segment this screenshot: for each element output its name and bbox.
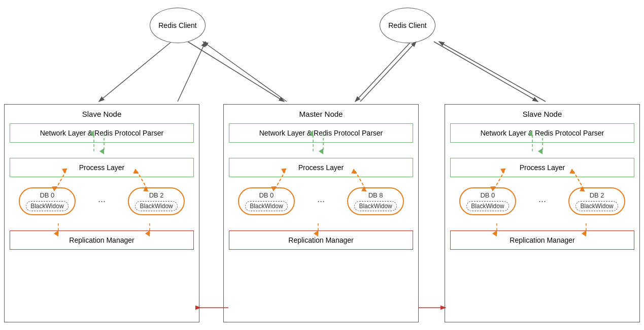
master-process-layer: Process Layer xyxy=(229,158,413,177)
master-node: Master Node Network Layer & Redis Protoc… xyxy=(223,104,419,322)
slave-right-network-layer: Network Layer & Redis Protocol Parser xyxy=(450,123,634,143)
redis-client-right: Redis Client xyxy=(380,8,435,43)
master-title: Master Node xyxy=(229,110,413,118)
slave-left-replication: Replication Manager xyxy=(10,230,194,250)
arrow-client-left-to-slave xyxy=(99,42,172,102)
slave-right-db2-oval: DB 2 BlackWidow xyxy=(568,187,625,215)
slave-left-db-row: DB 0 BlackWidow ··· DB 2 BlackWidow xyxy=(10,187,194,215)
slave-right-db2: DB 2 BlackWidow xyxy=(568,187,625,215)
slave-right-dots: ··· xyxy=(534,196,550,207)
slave-right-replication: Replication Manager xyxy=(450,230,634,250)
slave-left-db2: DB 2 BlackWidow xyxy=(128,187,184,215)
arrow-client-right-to-slave-right xyxy=(434,42,538,102)
arrow-master-to-client-left xyxy=(203,42,287,102)
master-replication: Replication Manager xyxy=(229,230,413,250)
diagram: Redis Client Redis Client Slave Node Net… xyxy=(0,0,644,330)
arrow-client-right-to-master xyxy=(355,42,411,102)
slave-left-db0-oval: DB 0 BlackWidow xyxy=(19,187,75,215)
slave-left-process-layer: Process Layer xyxy=(10,158,194,177)
slave-right-title: Slave Node xyxy=(450,110,634,118)
arrow-master-to-client-right xyxy=(360,42,416,102)
slave-right-db0: DB 0 BlackWidow xyxy=(459,187,516,215)
slave-left-db0: DB 0 BlackWidow xyxy=(19,187,75,215)
master-db0: DB 0 BlackWidow xyxy=(238,187,294,215)
slave-right-process-layer: Process Layer xyxy=(450,158,634,177)
slave-left-dots: ··· xyxy=(94,196,110,207)
master-db8: DB 8 BlackWidow xyxy=(347,187,403,215)
master-db8-oval: DB 8 BlackWidow xyxy=(347,187,403,215)
slave-right-db-row: DB 0 BlackWidow ··· DB 2 BlackWidow xyxy=(450,187,634,215)
slave-node-right: Slave Node Network Layer & Redis Protoco… xyxy=(445,104,640,322)
arrow-slave-right-to-client-right xyxy=(439,42,546,102)
redis-client-left: Redis Client xyxy=(150,8,206,43)
arrow-client-left-to-master xyxy=(188,42,284,102)
slave-left-title: Slave Node xyxy=(10,110,194,118)
master-db-row: DB 0 BlackWidow ··· DB 8 BlackWidow xyxy=(229,187,413,215)
slave-right-db0-oval: DB 0 BlackWidow xyxy=(459,187,516,215)
arrow-slave-left-to-client xyxy=(178,42,206,102)
master-dots: ··· xyxy=(313,196,329,207)
master-db0-oval: DB 0 BlackWidow xyxy=(238,187,294,215)
slave-left-network-layer: Network Layer & Redis Protocol Parser xyxy=(10,123,194,143)
master-network-layer: Network Layer & Redis Protocol Parser xyxy=(229,123,413,143)
slave-left-db2-oval: DB 2 BlackWidow xyxy=(128,187,184,215)
slave-node-left: Slave Node Network Layer & Redis Protoco… xyxy=(4,104,199,322)
